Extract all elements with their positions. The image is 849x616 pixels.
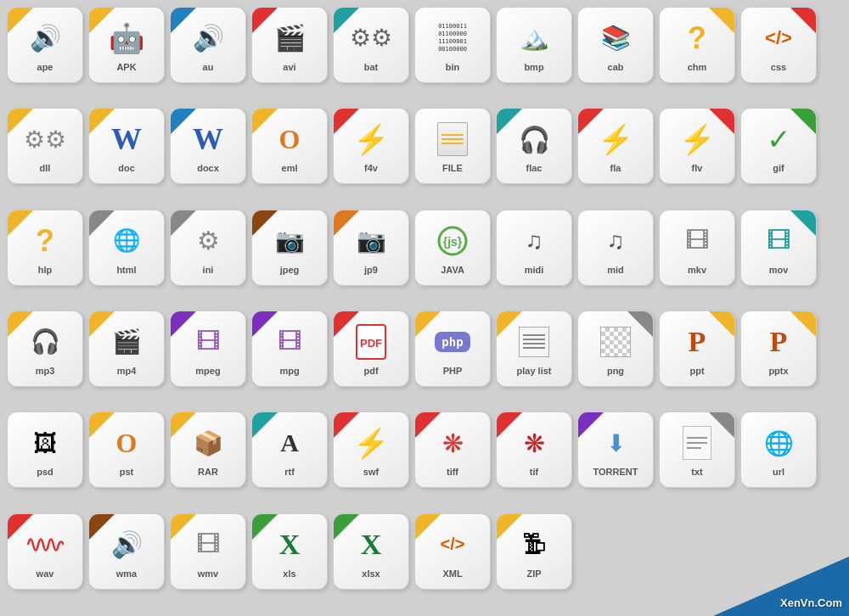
icon-rtf[interactable]: Artf xyxy=(251,412,328,488)
icon-eml[interactable]: Oeml xyxy=(251,108,328,184)
icon-label-mpg: mpg xyxy=(279,366,299,376)
icon-label-xml: XML xyxy=(442,568,462,579)
icon-zip[interactable]: 🗜ZIP xyxy=(496,513,572,590)
icon-graphic-url: 🌐 xyxy=(758,423,799,463)
icon-label-mp4: mp4 xyxy=(117,366,137,376)
icon-xls[interactable]: Xxls xyxy=(251,513,328,590)
icon-ape[interactable]: 🔊ape xyxy=(7,7,83,83)
icon-wav[interactable]: wav xyxy=(7,513,83,590)
icon-wma[interactable]: 🔊wma xyxy=(88,513,165,590)
icon-swf[interactable]: ⚡swf xyxy=(333,412,409,488)
icon-label-url: url xyxy=(773,467,784,477)
icon-playlist[interactable]: play list xyxy=(496,311,572,387)
icon-graphic-mid: ♫ xyxy=(595,221,636,261)
icon-label-psd: psd xyxy=(37,467,53,477)
icon-f4v[interactable]: ⚡f4v xyxy=(333,108,409,184)
icon-flv[interactable]: ⚡flv xyxy=(659,108,735,184)
icon-pdf[interactable]: PDFpdf xyxy=(333,311,409,387)
icon-label-gif: gif xyxy=(773,163,784,173)
icon-java[interactable]: {js}JAVA xyxy=(414,210,491,286)
icon-mkv[interactable]: 🎞mkv xyxy=(659,210,735,286)
icon-label-apk: APK xyxy=(116,62,136,72)
icon-chm[interactable]: ?chm xyxy=(659,7,735,83)
icon-flac[interactable]: 🎧flac xyxy=(496,108,572,184)
icon-label-java: JAVA xyxy=(441,265,464,275)
icon-psd[interactable]: 🖼psd xyxy=(7,412,83,488)
icon-graphic-psd: 🖼 xyxy=(25,423,65,463)
icon-label-swf: swf xyxy=(363,467,379,477)
icon-file[interactable]: FILE xyxy=(414,108,491,184)
icon-label-tif: tif xyxy=(530,467,538,477)
icon-rar[interactable]: 📦RAR xyxy=(170,412,246,488)
icon-bat[interactable]: ⚙⚙bat xyxy=(333,7,409,83)
icon-label-ppt: ppt xyxy=(689,366,704,376)
icon-xml[interactable]: </>XML xyxy=(414,513,491,590)
icon-bin[interactable]: 01100011011000001110000100100000bin xyxy=(414,7,491,83)
icon-docx[interactable]: Wdocx xyxy=(170,108,246,184)
icon-graphic-cab: 📚 xyxy=(595,18,636,59)
icon-label-ape: ape xyxy=(37,62,53,72)
icon-label-au: au xyxy=(203,62,214,72)
icon-midi[interactable]: ♫midi xyxy=(496,210,572,286)
icon-txt[interactable]: txt xyxy=(659,412,735,488)
icon-label-mid: mid xyxy=(607,265,624,275)
icon-pptx[interactable]: Ppptx xyxy=(740,311,817,387)
icon-gif[interactable]: ✓gif xyxy=(740,108,817,184)
icon-label-chm: chm xyxy=(688,62,707,72)
icon-dll[interactable]: ⚙⚙dll xyxy=(7,108,83,184)
icon-label-pptx: pptx xyxy=(768,366,788,376)
icon-html[interactable]: 🌐html xyxy=(88,210,165,286)
icon-mpeg[interactable]: 🎞mpeg xyxy=(170,311,246,387)
icon-label-css: css xyxy=(771,62,786,72)
icon-ppt[interactable]: Pppt xyxy=(659,311,735,387)
icon-label-mpeg: mpeg xyxy=(195,366,220,376)
icon-label-avi: avi xyxy=(283,62,295,72)
icon-label-html: html xyxy=(116,265,136,275)
icon-tiff[interactable]: ❋tiff xyxy=(414,412,491,488)
icon-jpeg[interactable]: 📷jpeg xyxy=(251,210,328,286)
icon-label-mkv: mkv xyxy=(688,265,706,275)
icon-apk[interactable]: 🤖APK xyxy=(88,7,165,83)
icon-doc[interactable]: Wdoc xyxy=(88,108,165,184)
icon-label-rtf: rtf xyxy=(284,467,295,477)
icon-label-jpeg: jpeg xyxy=(280,265,300,275)
icon-hlp[interactable]: ?hlp xyxy=(7,210,83,286)
icon-ini[interactable]: ⚙ini xyxy=(170,210,246,286)
icon-xlsx[interactable]: Xxlsx xyxy=(333,513,409,590)
icon-label-bmp: bmp xyxy=(524,62,543,72)
icon-url[interactable]: 🌐url xyxy=(740,412,817,488)
icon-mp3[interactable]: 🎧mp3 xyxy=(7,311,83,387)
icon-mpg[interactable]: 🎞mpg xyxy=(251,311,328,387)
icon-png[interactable]: png xyxy=(577,311,654,387)
icon-wmv[interactable]: 🎞wmv xyxy=(170,513,246,590)
icon-label-torrent: TORRENT xyxy=(593,467,638,477)
icon-label-bat: bat xyxy=(364,62,379,72)
icon-au[interactable]: 🔊au xyxy=(170,7,246,83)
icon-label-cab: cab xyxy=(608,62,624,72)
icon-fla[interactable]: ⚡fla xyxy=(577,108,654,184)
icon-mp4[interactable]: 🎬mp4 xyxy=(88,311,165,387)
icon-tif[interactable]: ❋tif xyxy=(496,412,572,488)
watermark-text: XenVn.Com xyxy=(780,596,842,609)
icon-label-fla: fla xyxy=(610,163,621,173)
icon-bmp[interactable]: 🏔️bmp xyxy=(496,7,572,83)
icon-label-jpg: jp9 xyxy=(364,265,378,275)
icon-mov[interactable]: 🎞mov xyxy=(740,210,817,286)
icon-label-flv: flv xyxy=(692,163,703,173)
icon-label-pst: pst xyxy=(120,467,134,477)
svg-text:{js}: {js} xyxy=(443,235,463,249)
icon-label-mp3: mp3 xyxy=(36,366,55,376)
icon-cab[interactable]: 📚cab xyxy=(577,7,654,83)
icon-avi[interactable]: 🎬avi xyxy=(251,7,328,83)
icon-label-hlp: hlp xyxy=(38,265,53,275)
icon-label-pdf: pdf xyxy=(363,366,378,376)
icon-css[interactable]: </>css xyxy=(740,7,817,83)
icon-php[interactable]: phpPHP xyxy=(414,311,491,387)
icon-graphic-mkv: 🎞 xyxy=(677,221,717,261)
icon-mid[interactable]: ♫mid xyxy=(577,210,654,286)
icon-label-wmv: wmv xyxy=(198,568,218,579)
icon-jpg[interactable]: 📷jp9 xyxy=(333,210,409,286)
icon-pst[interactable]: Opst xyxy=(88,412,165,488)
icon-torrent[interactable]: ⬇TORRENT xyxy=(577,412,654,488)
icon-label-xls: xls xyxy=(283,568,295,579)
